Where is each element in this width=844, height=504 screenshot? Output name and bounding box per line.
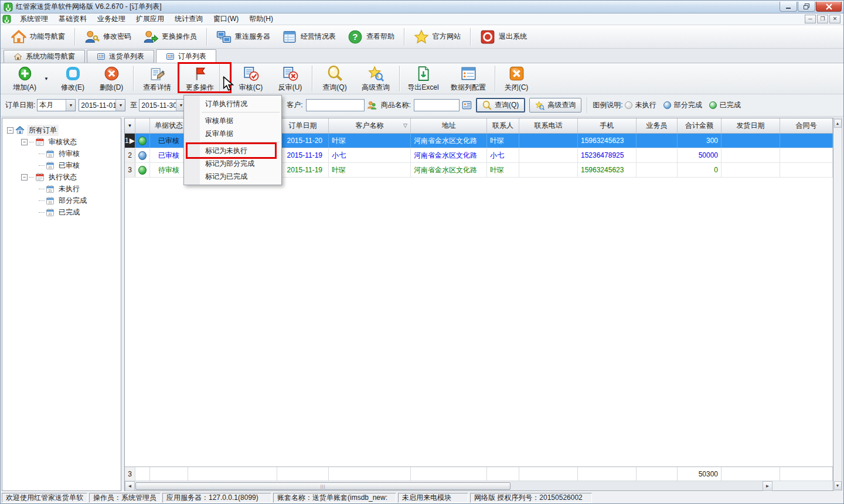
action-button-wrap: 删除(D) — [94, 64, 128, 93]
date-preset-combo[interactable]: 本月 ▼ — [37, 99, 76, 111]
chevron-down-icon[interactable]: ▼ — [66, 100, 75, 111]
home-tab-icon — [13, 52, 22, 61]
context-menu-item[interactable]: 标记为部分完成 — [184, 157, 281, 170]
tree-leaf-item[interactable]: 21待审核 — [4, 148, 120, 159]
query-button[interactable]: 查询(Q) — [476, 98, 525, 113]
action-button[interactable]: 关闭(C) — [500, 64, 533, 93]
toolbar-button-label: 更换操作员 — [162, 32, 197, 42]
action-button[interactable]: 查看详情 — [138, 64, 176, 93]
mdi-close-button[interactable]: ✕ — [829, 15, 840, 23]
tab-item[interactable]: 系统功能导航窗 — [4, 50, 85, 63]
context-menu-item[interactable]: 标记为已完成 — [184, 170, 281, 183]
cell-address: 河南省金水区文化路 — [411, 148, 487, 162]
action-toolbar: 增加(A)▼修改(E)删除(D)查看详情更多操作▼订单执行情况审核单据反审单据标… — [1, 63, 843, 94]
menubar-item[interactable]: 窗口(W) — [208, 13, 244, 25]
action-button[interactable]: 增加(A) — [8, 64, 42, 93]
context-menu-item[interactable]: 反审单据 — [184, 127, 281, 140]
document-icon — [2, 15, 11, 23]
action-button-wrap: 审核(C) — [233, 64, 268, 93]
scroll-right-arrow[interactable]: ► — [763, 481, 772, 491]
customer-lookup-icon[interactable] — [367, 100, 377, 110]
chevron-down-icon[interactable]: ▼ — [115, 100, 125, 111]
column-header-date[interactable]: 订单日期 — [277, 118, 329, 133]
cell-num: 2 — [125, 148, 135, 162]
tree-leaf-item[interactable]: 21未执行 — [4, 183, 120, 195]
horizontal-scroll-thumb[interactable]: ||| — [135, 482, 511, 490]
action-button[interactable]: 查询(Q) — [317, 64, 352, 93]
tab-item[interactable]: 送货单列表 — [87, 50, 154, 63]
action-button[interactable]: 高级查询 — [357, 64, 394, 93]
mdi-minimize-button[interactable]: ─ — [805, 15, 816, 23]
column-header-address[interactable]: 地址 — [411, 118, 487, 133]
summary-cell-customer — [329, 467, 411, 481]
scroll-left-arrow[interactable]: ◄ — [125, 481, 135, 491]
close-button[interactable] — [816, 2, 842, 12]
toolbar-button-label: 查看帮助 — [366, 32, 394, 42]
column-config-icon — [461, 66, 477, 81]
column-header-shipdate[interactable]: 发货日期 — [722, 118, 780, 133]
action-button[interactable]: 反审(U) — [273, 64, 307, 93]
context-menu-item[interactable]: 订单执行情况 — [184, 97, 281, 110]
scroll-up-arrow[interactable]: ▲ — [834, 119, 842, 128]
toolbar-button[interactable]: 官方网站 — [408, 27, 467, 47]
column-header-state[interactable] — [135, 118, 150, 133]
dropdown-arrow-button[interactable]: ▼ — [42, 64, 51, 93]
customer-input[interactable] — [306, 99, 365, 111]
summary-cell-status — [150, 467, 188, 481]
column-header-customer[interactable]: 客户名称▽ — [329, 118, 411, 133]
column-header-phone[interactable]: 联系电话 — [519, 118, 578, 133]
action-button-wrap: 增加(A)▼ — [8, 64, 51, 93]
advanced-query-button[interactable]: 高级查询 — [529, 98, 581, 113]
menubar-item[interactable]: 基础资料 — [53, 13, 92, 25]
toolbar-button[interactable]: 重连服务器 — [210, 27, 276, 47]
action-button[interactable]: 导出Excel — [404, 64, 442, 93]
action-button[interactable]: 审核(C) — [233, 64, 268, 93]
action-button[interactable]: 修改(E) — [56, 64, 90, 93]
tree-expander[interactable]: − — [21, 139, 28, 145]
menubar-item[interactable]: 业务处理 — [92, 13, 131, 25]
column-header-total[interactable]: 合计金额 — [678, 118, 722, 133]
menubar-item[interactable]: 系统管理 — [15, 13, 53, 25]
date-from-combo[interactable]: 2015-11-01 ▼ — [79, 99, 125, 111]
column-header-salesman[interactable]: 业务员 — [637, 118, 678, 133]
tree-item-all-orders[interactable]: −所有订单 — [4, 124, 120, 136]
action-button[interactable]: 更多操作 — [181, 64, 219, 93]
toolbar-button[interactable]: 更换操作员 — [137, 27, 203, 47]
context-menu-item[interactable]: 审核单据 — [184, 114, 281, 127]
svg-text:21: 21 — [48, 200, 52, 203]
column-header-contact[interactable]: 联系人 — [487, 118, 519, 133]
toolbar-button[interactable]: 退出系统 — [474, 27, 533, 47]
action-button[interactable]: 数据列配置 — [447, 64, 490, 93]
tree-expander[interactable]: − — [7, 127, 13, 134]
menubar-item[interactable]: 帮助(H) — [244, 13, 278, 25]
tree-group-item[interactable]: −审核状态 — [4, 136, 120, 148]
product-name-input[interactable] — [414, 99, 460, 111]
column-header-contract[interactable]: 合同号 — [780, 118, 833, 133]
toolbar-button[interactable]: 功能导航窗 — [5, 27, 71, 47]
scroll-down-arrow[interactable]: ▼ — [834, 481, 842, 490]
dropdown-arrow-button[interactable]: ▼ — [219, 64, 229, 93]
add-icon — [17, 66, 33, 81]
cell-state — [135, 163, 150, 177]
tree-leaf-item[interactable]: 21部分完成 — [4, 195, 120, 206]
action-button[interactable]: 删除(D) — [94, 64, 128, 93]
column-header-selector[interactable]: ▼ — [125, 118, 135, 133]
restore-button[interactable] — [798, 2, 815, 12]
column-header-status[interactable]: 单据状态 — [150, 118, 188, 133]
context-menu-item[interactable]: 标记为未执行 — [184, 144, 281, 157]
column-header-mobile[interactable]: 手机 — [578, 118, 637, 133]
toolbar-button[interactable]: 修改密码 — [79, 27, 137, 47]
mdi-restore-button[interactable]: ❐ — [817, 15, 828, 23]
menubar-item[interactable]: 统计查询 — [169, 13, 208, 25]
tree-leaf-item[interactable]: 21已审核 — [4, 159, 120, 171]
product-lookup-icon[interactable] — [462, 101, 472, 110]
date-to-combo[interactable]: 2015-11-30 ▼ — [139, 99, 186, 111]
tree-leaf-item[interactable]: 21已完成 — [4, 206, 120, 218]
tree-expander[interactable]: − — [21, 174, 28, 181]
toolbar-button[interactable]: 经营情况表 — [276, 27, 342, 47]
minimize-button[interactable] — [780, 2, 797, 12]
tree-group-item[interactable]: −执行状态 — [4, 171, 120, 183]
menubar-item[interactable]: 扩展应用 — [131, 13, 169, 25]
toolbar-button[interactable]: ?查看帮助 — [342, 27, 400, 47]
tab-active-item[interactable]: 订单列表 — [156, 49, 216, 63]
